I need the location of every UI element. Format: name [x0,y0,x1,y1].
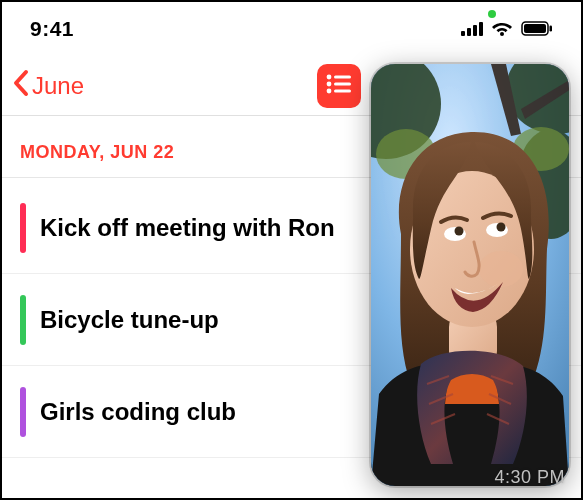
event-color-bar [20,387,26,437]
event-color-bar [20,295,26,345]
svg-point-25 [455,227,464,236]
event-color-bar [20,203,26,253]
svg-rect-6 [524,24,546,33]
svg-point-22 [479,251,523,287]
chevron-left-icon [12,69,30,103]
event-title: Kick off meeting with Ron [40,214,335,242]
svg-rect-0 [461,31,465,36]
background-schedule-time: 4:30 PM [494,467,565,488]
list-bullet-icon [326,74,352,98]
back-label: June [32,72,84,100]
battery-icon [521,17,553,41]
camera-indicator-dot [488,10,496,18]
svg-rect-13 [334,90,351,93]
status-bar: 9:41 [2,2,581,56]
svg-point-9 [327,82,332,87]
svg-rect-11 [334,76,351,79]
status-time: 9:41 [30,17,74,41]
pip-video-frame [371,64,569,486]
svg-rect-3 [479,22,483,36]
event-title: Girls coding club [40,398,236,426]
back-button[interactable]: June [12,69,84,103]
svg-point-26 [497,223,506,232]
event-title: Bicycle tune-up [40,306,219,334]
wifi-icon [491,17,513,41]
svg-rect-1 [467,28,471,36]
svg-point-8 [327,75,332,80]
svg-rect-12 [334,83,351,86]
cellular-icon [461,17,483,41]
svg-rect-2 [473,25,477,36]
list-view-button[interactable] [317,64,361,108]
svg-point-10 [327,89,332,94]
svg-point-4 [500,32,504,36]
facetime-pip[interactable] [371,64,569,486]
svg-rect-7 [550,26,553,32]
